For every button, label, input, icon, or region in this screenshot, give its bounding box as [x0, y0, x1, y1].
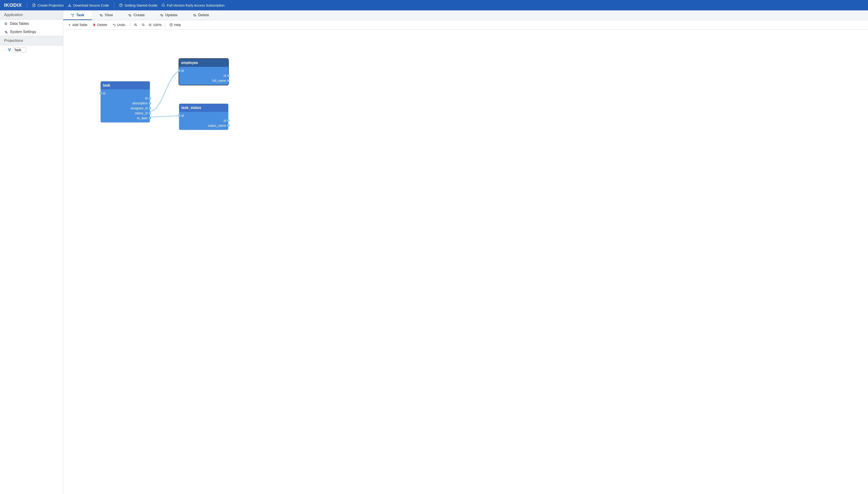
gear-icon	[193, 14, 197, 17]
diagram-canvas[interactable]: task id id description assi	[63, 30, 868, 494]
field-label: id	[181, 69, 184, 73]
getting-started-button[interactable]: Getting Started Guide	[119, 3, 157, 7]
help-button[interactable]: Help	[167, 21, 183, 28]
sidebar: Application Data Tables System Settings …	[0, 11, 63, 494]
zoom-level: 100%	[153, 23, 162, 27]
tab-view[interactable]: View	[92, 11, 121, 20]
node-task-status[interactable]: task_status id id status_name	[179, 104, 228, 130]
zoom-in-button[interactable]	[132, 22, 139, 28]
zoom-out-button[interactable]	[140, 22, 147, 28]
help-circle-icon	[169, 23, 173, 26]
tab-task[interactable]: Task	[63, 11, 92, 20]
diagram-icon	[8, 48, 11, 52]
port-icon[interactable]	[178, 115, 180, 117]
field-label: assignee_id	[131, 107, 148, 110]
plus-icon	[68, 23, 71, 26]
port-icon[interactable]	[227, 119, 230, 122]
drag-handle-icon[interactable]: ⋮⋮	[2, 48, 6, 51]
tab-delete[interactable]: Delete	[185, 11, 217, 20]
field-label: id	[224, 119, 226, 122]
node-title[interactable]: task_status	[179, 104, 228, 112]
sidebar-item-label: Data Tables	[10, 22, 29, 26]
field-id-left[interactable]: id	[179, 113, 228, 118]
download-source-button[interactable]: Download Source Code	[68, 3, 109, 7]
tab-label: Task	[76, 13, 84, 17]
zoom-in-icon	[134, 23, 137, 26]
field-description[interactable]: description	[100, 101, 150, 106]
field-label: id	[224, 74, 226, 77]
sidebar-header-application: Application	[0, 11, 63, 20]
label: Help	[174, 23, 181, 27]
field-id-left[interactable]: id	[100, 91, 150, 96]
field-id[interactable]: id	[179, 118, 228, 123]
svg-rect-8	[8, 49, 9, 49]
svg-line-17	[136, 25, 137, 26]
field-to-date[interactable]: to_date	[100, 116, 150, 121]
gear-icon	[160, 14, 163, 17]
sidebar-item-data-tables[interactable]: Data Tables	[0, 20, 63, 28]
node-body: id id full_name	[179, 67, 228, 85]
tab-create[interactable]: Create	[121, 11, 152, 20]
create-projection-button[interactable]: Create Projection	[32, 3, 64, 7]
subscription-button[interactable]: Full Version Early Access Subscription	[161, 3, 224, 7]
field-id-left[interactable]: id	[179, 68, 228, 73]
delete-button[interactable]: Delete	[90, 21, 109, 28]
tab-label: Update	[165, 13, 178, 17]
tab-update[interactable]: Update	[152, 11, 185, 20]
field-id[interactable]: id	[100, 96, 150, 101]
divider	[165, 22, 165, 27]
port-icon[interactable]	[227, 75, 230, 77]
brand-logo: IKODIX	[4, 2, 22, 8]
bell-icon	[161, 3, 165, 7]
node-body: id id description assignee_id	[100, 90, 150, 122]
field-label: description	[132, 101, 148, 105]
projection-name-input[interactable]	[13, 47, 26, 52]
port-icon[interactable]	[149, 102, 151, 104]
main-area: Application Data Tables System Settings …	[0, 11, 868, 494]
label: Create Projection	[38, 3, 64, 7]
port-icon[interactable]	[149, 112, 151, 115]
node-body: id id status_name	[179, 112, 228, 130]
node-title[interactable]: employee	[179, 59, 228, 67]
port-icon[interactable]	[149, 107, 151, 110]
top-bar: IKODIX Create Projection Download Source…	[0, 0, 868, 11]
undo-button[interactable]: Undo	[110, 21, 128, 28]
add-table-button[interactable]: Add Table	[66, 21, 90, 28]
label: Download Source Code	[73, 3, 109, 7]
svg-rect-10	[9, 50, 10, 51]
node-title[interactable]: task	[100, 81, 150, 90]
field-label: to_date	[137, 116, 148, 120]
node-employee[interactable]: employee id id full_name	[179, 59, 228, 85]
svg-line-21	[144, 25, 145, 26]
edge-assignee-to-employee	[150, 71, 179, 111]
help-circle-icon	[119, 3, 123, 7]
field-status-name[interactable]: status_name	[179, 123, 228, 128]
field-id[interactable]: id	[179, 73, 228, 78]
field-full-name[interactable]: full_name	[179, 78, 228, 83]
port-icon[interactable]	[99, 92, 102, 95]
target-icon	[148, 23, 152, 26]
field-label: id	[181, 114, 184, 117]
trash-icon	[93, 23, 96, 26]
sidebar-item-system-settings[interactable]: System Settings	[0, 28, 63, 36]
field-label: status_name	[208, 124, 226, 127]
port-icon[interactable]	[227, 125, 230, 127]
field-status-id[interactable]: status_id	[100, 111, 150, 116]
zoom-reset-button[interactable]: 100%	[148, 23, 163, 27]
file-plus-icon	[32, 3, 36, 7]
node-task[interactable]: task id id description assi	[100, 81, 150, 122]
port-icon[interactable]	[149, 117, 151, 119]
zoom-out-icon	[142, 23, 145, 26]
svg-point-4	[121, 6, 121, 6]
projection-item-task[interactable]: ⋮⋮	[0, 45, 63, 54]
svg-rect-9	[10, 49, 11, 49]
label: Undo	[117, 23, 125, 27]
canvas-toolbar: Add Table Delete Undo 100%	[63, 20, 868, 30]
label: Delete	[97, 23, 107, 27]
field-label: full_name	[212, 79, 226, 82]
port-icon[interactable]	[178, 70, 180, 72]
field-assignee-id[interactable]: assignee_id	[100, 106, 150, 111]
port-icon[interactable]	[149, 97, 151, 100]
port-icon[interactable]	[227, 79, 230, 82]
label: Getting Started Guide	[125, 3, 157, 7]
